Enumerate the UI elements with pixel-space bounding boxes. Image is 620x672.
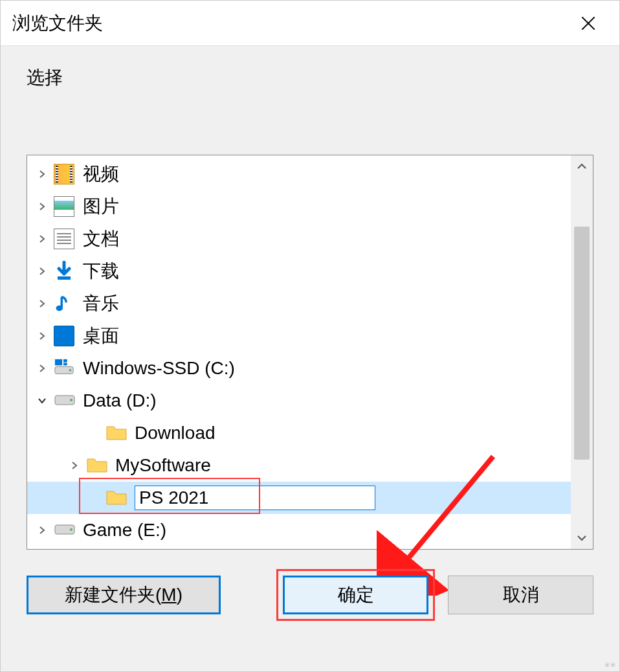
folder-icon xyxy=(104,421,128,445)
expand-toggle[interactable] xyxy=(32,331,52,341)
folder-icon xyxy=(104,486,128,510)
download-icon xyxy=(52,259,76,284)
ok-button[interactable]: 确定 xyxy=(283,576,428,614)
svg-rect-8 xyxy=(63,363,67,366)
tree-item[interactable]: 图片 xyxy=(27,190,571,223)
expand-toggle[interactable] xyxy=(32,526,52,535)
tree-item[interactable]: Download xyxy=(27,417,571,449)
expand-toggle[interactable] xyxy=(32,170,52,179)
tree-item[interactable]: MySoftware xyxy=(27,449,571,482)
desktop-icon xyxy=(52,324,76,348)
dialog-body: 选择 视频图片文档下载音乐桌面Windows-SSD (C:)Data (D:)… xyxy=(1,46,619,671)
svg-rect-6 xyxy=(55,359,62,365)
tree-item[interactable]: 视频 xyxy=(27,158,571,190)
tree-item-label: 文档 xyxy=(83,227,119,251)
tree-item-label: Download xyxy=(135,423,216,443)
tree-item-label: MySoftware xyxy=(115,455,211,476)
folder-tree[interactable]: 视频图片文档下载音乐桌面Windows-SSD (C:)Data (D:)Dow… xyxy=(27,155,571,549)
scroll-up-arrow[interactable] xyxy=(571,155,593,177)
expand-toggle[interactable] xyxy=(32,202,52,211)
svg-point-12 xyxy=(70,528,72,531)
music-icon xyxy=(52,291,76,316)
svg-point-10 xyxy=(70,399,72,401)
svg-rect-2 xyxy=(58,276,71,280)
new-folder-button[interactable]: 新建文件夹(M) xyxy=(27,576,221,614)
tree-item[interactable]: 文档 xyxy=(27,223,571,255)
tree-item-label: 视频 xyxy=(83,162,119,186)
cancel-button[interactable]: 取消 xyxy=(448,576,593,614)
tree-item-label: Windows-SSD (C:) xyxy=(83,358,235,379)
drive-icon xyxy=(52,388,76,413)
tree-item-label: 桌面 xyxy=(83,324,119,348)
expand-toggle[interactable] xyxy=(32,267,52,276)
right-buttons: 确定 取消 xyxy=(283,576,593,614)
expand-toggle[interactable] xyxy=(65,461,84,470)
button-row: 新建文件夹(M) 确定 取消 xyxy=(27,576,593,614)
drive-win-icon xyxy=(52,356,76,381)
close-button[interactable] xyxy=(569,7,608,39)
tree-item-label: 图片 xyxy=(83,194,119,219)
tree-item[interactable] xyxy=(27,482,571,514)
svg-point-3 xyxy=(56,306,63,311)
svg-rect-7 xyxy=(63,359,67,363)
tree-item-label: 音乐 xyxy=(83,291,119,316)
tree-item[interactable]: 音乐 xyxy=(27,287,571,320)
expand-toggle[interactable] xyxy=(32,396,52,405)
image-icon xyxy=(52,194,76,219)
drive-icon xyxy=(52,518,76,543)
tree-item[interactable]: Windows-SSD (C:) xyxy=(27,352,571,385)
expand-toggle[interactable] xyxy=(32,299,52,308)
folder-name-input[interactable] xyxy=(135,486,375,510)
expand-toggle[interactable] xyxy=(32,364,52,373)
svg-point-5 xyxy=(69,369,72,372)
watermark: ※※ xyxy=(604,661,616,668)
scrollbar[interactable] xyxy=(571,155,593,549)
titlebar: 浏览文件夹 xyxy=(1,1,619,46)
folder-icon xyxy=(84,453,109,478)
video-icon xyxy=(52,162,76,186)
expand-toggle[interactable] xyxy=(32,234,52,243)
tree-item-label: Game (E:) xyxy=(83,520,166,541)
tree-item[interactable]: Data (D:) xyxy=(27,385,571,417)
browse-folder-dialog: 浏览文件夹 选择 视频图片文档下载音乐桌面Windows-SSD (C:)Dat… xyxy=(0,0,620,672)
ok-button-wrap: 确定 xyxy=(283,576,428,614)
tree-item-label: Data (D:) xyxy=(83,390,157,411)
scroll-thumb[interactable] xyxy=(574,227,590,460)
prompt-label: 选择 xyxy=(27,65,593,90)
document-icon xyxy=(52,227,76,251)
folder-tree-container: 视频图片文档下载音乐桌面Windows-SSD (C:)Data (D:)Dow… xyxy=(27,155,593,550)
tree-item[interactable]: 下载 xyxy=(27,255,571,287)
dialog-title: 浏览文件夹 xyxy=(12,11,103,36)
scroll-down-arrow[interactable] xyxy=(571,527,593,549)
tree-item-label: 下载 xyxy=(83,259,119,284)
tree-item[interactable]: Game (E:) xyxy=(27,514,571,546)
tree-item[interactable]: 桌面 xyxy=(27,320,571,352)
close-icon xyxy=(581,16,595,30)
